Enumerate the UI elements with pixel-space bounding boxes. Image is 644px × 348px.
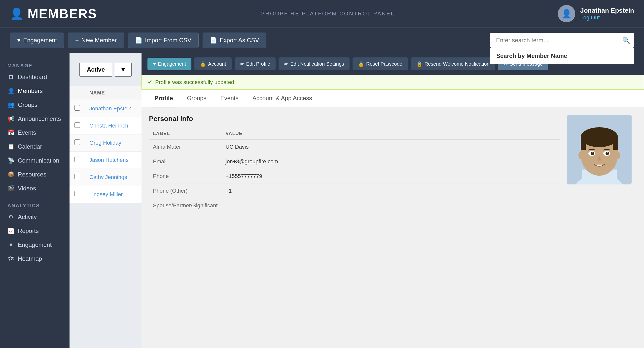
engagement-label: Engagement <box>23 37 57 44</box>
sidebar-item-videos[interactable]: 🎬 Videos <box>0 182 70 195</box>
sidebar-item-dashboard[interactable]: ⊞ Dashboard <box>0 70 70 84</box>
sidebar-item-groups[interactable]: 👥 Groups <box>0 98 70 112</box>
sidebar-item-events[interactable]: 📅 Events <box>0 126 70 140</box>
new-member-button[interactable]: + New Member <box>68 33 124 48</box>
sidebar-item-activity[interactable]: ⚙ Activity <box>0 210 70 224</box>
sidebar-label-reports: Reports <box>18 227 39 234</box>
sidebar: MANAGE ⊞ Dashboard 👤 Members 👥 Groups 📢 … <box>0 53 70 348</box>
engagement-button[interactable]: ♥ Engagement <box>10 33 64 48</box>
header-right: 👤 Jonathan Epstein Log Out <box>558 5 634 22</box>
label-col-header: LABEL <box>149 128 222 139</box>
sidebar-label-dashboard: Dashboard <box>18 74 47 81</box>
sidebar-item-resources[interactable]: 📦 Resources <box>0 167 70 182</box>
tab-account-app-access[interactable]: Account & App Access <box>246 90 319 107</box>
check-icon: ✔ <box>148 79 152 86</box>
filter-active-button[interactable]: Active <box>80 63 112 77</box>
tab-groups[interactable]: Groups <box>180 90 214 107</box>
engagement-action-icon: ♥ <box>153 61 156 67</box>
resend-welcome-button[interactable]: 🔒 Resend Welcome Notification <box>411 57 495 70</box>
sidebar-item-engagement[interactable]: ♥ Engagement <box>0 238 70 252</box>
row-checkbox-6[interactable] <box>70 186 84 203</box>
announcements-icon: 📢 <box>8 116 14 122</box>
profile-photo <box>567 115 632 185</box>
sidebar-item-members[interactable]: 👤 Members <box>0 84 70 98</box>
search-icon[interactable]: 🔍 <box>622 37 630 44</box>
sidebar-label-resources: Resources <box>18 171 46 178</box>
events-icon: 📅 <box>8 129 14 136</box>
row-checkbox-3[interactable] <box>70 134 84 151</box>
members-nav-icon: 👤 <box>8 88 14 94</box>
new-member-label: New Member <box>81 37 117 44</box>
svg-point-5 <box>581 127 618 147</box>
label-spouse: Spouse/Partner/Significant <box>149 198 222 213</box>
value-col-header: VALUE <box>222 128 560 139</box>
sidebar-label-videos: Videos <box>18 185 36 192</box>
sidebar-label-announcements: Announcements <box>18 115 61 122</box>
export-csv-button[interactable]: 📄 Export As CSV <box>202 33 266 48</box>
reset-passcode-button[interactable]: 🔒 Reset Passcode <box>352 57 408 70</box>
edit-profile-label: Edit Profile <box>246 61 270 67</box>
main-layout: MANAGE ⊞ Dashboard 👤 Members 👥 Groups 📢 … <box>0 53 644 348</box>
profile-photo-svg <box>567 115 632 185</box>
info-row-alma-mater: Alma Mater UC Davis <box>149 139 560 154</box>
engagement-action-button[interactable]: ♥ Engagement <box>148 58 192 70</box>
sidebar-item-communication[interactable]: 📡 Communication <box>0 154 70 167</box>
success-banner: ✔ Profile was successfully updated. <box>142 75 644 90</box>
search-dropdown: Search by Member Name <box>490 48 634 64</box>
row-checkbox-1[interactable] <box>70 100 84 117</box>
personal-info-title: Personal Info <box>149 115 560 123</box>
sidebar-label-calendar: Calendar <box>18 143 42 150</box>
header-left: 👤 MEMBERS <box>10 6 97 21</box>
success-message: Profile was successfully updated. <box>155 79 236 86</box>
profile-content: ✔ Profile was successfully updated. Prof… <box>142 75 644 348</box>
import-icon: 📄 <box>135 37 142 44</box>
user-name: Jonathan Epstein <box>580 7 634 15</box>
pencil-notification-icon: ✏ <box>284 61 288 67</box>
resend-welcome-label: Resend Welcome Notification <box>424 61 490 67</box>
tab-events[interactable]: Events <box>213 90 245 107</box>
import-csv-button[interactable]: 📄 Import From CSV <box>128 33 198 48</box>
activity-icon: ⚙ <box>8 214 14 220</box>
label-phone: Phone <box>149 169 222 184</box>
plus-icon: + <box>75 37 79 44</box>
logout-link[interactable]: Log Out <box>580 15 634 21</box>
reset-icon: 🔒 <box>358 61 364 67</box>
sidebar-item-reports[interactable]: 📈 Reports <box>0 224 70 238</box>
sidebar-label-engagement: Engagement <box>18 241 52 248</box>
profile-panel: ♥ Engagement 🔒 Account ✏ Edit Profile ✏ … <box>142 53 644 348</box>
label-phone-other: Phone (Other) <box>149 184 222 198</box>
svg-point-15 <box>615 151 620 159</box>
tab-profile[interactable]: Profile <box>148 90 180 107</box>
filter-icon-button[interactable]: ▼ <box>115 63 132 77</box>
col-checkbox <box>70 86 84 100</box>
dashboard-icon: ⊞ <box>8 74 14 80</box>
row-checkbox-5[interactable] <box>70 169 84 186</box>
account-action-button[interactable]: 🔒 Account <box>194 57 232 70</box>
sidebar-label-communication: Communication <box>18 157 59 164</box>
export-label: Export As CSV <box>220 37 259 44</box>
info-row-phone-other: Phone (Other) +1 <box>149 184 560 198</box>
content-area: Active ▼ With Selected Members 0 ⊞ NA <box>70 53 644 348</box>
sidebar-label-events: Events <box>18 129 36 136</box>
filter-icon: ▼ <box>120 66 126 73</box>
search-by-member-name[interactable]: Search by Member Name <box>490 48 634 64</box>
sidebar-item-calendar[interactable]: 📋 Calendar <box>0 140 70 154</box>
edit-notification-button[interactable]: ✏ Edit Notification Settings <box>278 57 350 70</box>
analytics-section-title: ANALYTICS <box>0 200 70 210</box>
sidebar-item-heatmap[interactable]: 🗺 Heatmap <box>0 252 70 266</box>
info-table: LABEL VALUE Alma Mater UC Davis <box>149 128 560 213</box>
row-checkbox-2[interactable] <box>70 117 84 134</box>
reset-passcode-label: Reset Passcode <box>366 61 402 67</box>
search-input[interactable] <box>490 33 634 48</box>
info-row-email: Email jon+3@groupfire.com <box>149 154 560 169</box>
page-title: MEMBERS <box>28 6 97 21</box>
engagement-action-label: Engagement <box>158 61 186 67</box>
row-checkbox-4[interactable] <box>70 152 84 168</box>
resources-icon: 📦 <box>8 171 14 178</box>
manage-section-title: MANAGE <box>0 60 70 70</box>
heatmap-icon: 🗺 <box>8 256 14 262</box>
svg-point-13 <box>607 152 608 153</box>
svg-point-14 <box>578 151 584 159</box>
edit-profile-button[interactable]: ✏ Edit Profile <box>234 57 276 70</box>
sidebar-item-announcements[interactable]: 📢 Announcements <box>0 112 70 126</box>
